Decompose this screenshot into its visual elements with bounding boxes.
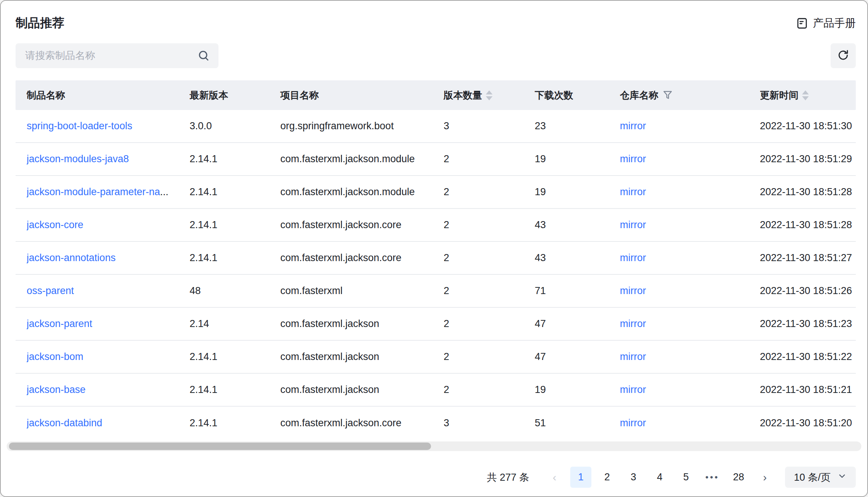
column-header-repository: 仓库名称 bbox=[620, 89, 760, 102]
artifact-link[interactable]: jackson-modules-java8 bbox=[27, 153, 129, 164]
column-header-project: 项目名称 bbox=[280, 89, 444, 102]
product-manual-link[interactable]: 产品手册 bbox=[796, 16, 856, 31]
project-name-cell: com.fasterxml.jackson bbox=[280, 384, 444, 396]
updated-at-cell: 2022-11-30 18:51:29 bbox=[760, 153, 856, 165]
repository-link[interactable]: mirror bbox=[620, 252, 646, 263]
repository-link[interactable]: mirror bbox=[620, 153, 646, 164]
table-body: spring-boot-loader-tools 3.0.0 org.sprin… bbox=[16, 110, 856, 440]
repository-link[interactable]: mirror bbox=[620, 384, 646, 395]
project-name-cell: com.fasterxml bbox=[280, 285, 444, 297]
latest-version-cell: 48 bbox=[190, 285, 280, 297]
repository-link[interactable]: mirror bbox=[620, 318, 646, 329]
artifact-link[interactable]: jackson-databind bbox=[27, 417, 102, 428]
refresh-button[interactable] bbox=[831, 43, 856, 68]
repository-link[interactable]: mirror bbox=[620, 417, 646, 428]
updated-at-cell: 2022-11-30 18:51:22 bbox=[760, 351, 856, 363]
total-count-label: 共 277 条 bbox=[487, 471, 529, 484]
artifact-name-cell: oss-parent bbox=[27, 285, 190, 297]
table-row: jackson-annotations 2.14.1 com.fasterxml… bbox=[16, 242, 856, 275]
search-input[interactable] bbox=[16, 43, 218, 68]
repository-cell: mirror bbox=[620, 318, 760, 330]
column-header-version-count[interactable]: 版本数量 bbox=[444, 89, 535, 102]
downloads-cell: 51 bbox=[535, 417, 620, 429]
updated-at-cell: 2022-11-30 18:51:30 bbox=[760, 120, 856, 132]
version-count-cell: 2 bbox=[444, 318, 535, 330]
pagination: 共 277 条 ‹ 12345•••28 › 10 条/页 bbox=[1, 467, 867, 488]
table-row: jackson-core 2.14.1 com.fasterxml.jackso… bbox=[16, 209, 856, 242]
horizontal-scrollbar-thumb[interactable] bbox=[9, 443, 431, 450]
artifact-link[interactable]: jackson-annotations bbox=[27, 252, 116, 263]
table-row: jackson-parent 2.14 com.fasterxml.jackso… bbox=[16, 308, 856, 341]
table-row: jackson-modules-java8 2.14.1 com.fasterx… bbox=[16, 143, 856, 176]
page-size-label: 10 条/页 bbox=[794, 471, 831, 484]
repository-cell: mirror bbox=[620, 417, 760, 429]
page-button-28[interactable]: 28 bbox=[728, 467, 749, 488]
next-page-button[interactable]: › bbox=[754, 467, 775, 488]
search-icon[interactable] bbox=[197, 49, 210, 64]
product-manual-label: 产品手册 bbox=[813, 16, 856, 31]
artifact-link[interactable]: jackson-parent bbox=[27, 318, 92, 329]
artifact-name-cell: jackson-annotations bbox=[27, 252, 190, 264]
horizontal-scrollbar-track[interactable] bbox=[7, 441, 861, 451]
repository-link[interactable]: mirror bbox=[620, 120, 646, 131]
repository-link[interactable]: mirror bbox=[620, 186, 646, 197]
artifact-name-cell: spring-boot-loader-tools bbox=[27, 120, 190, 132]
downloads-cell: 71 bbox=[535, 285, 620, 297]
search-box bbox=[16, 43, 218, 68]
refresh-icon bbox=[837, 49, 849, 62]
artifact-name-cell: jackson-base bbox=[27, 384, 190, 396]
sort-icon[interactable] bbox=[802, 90, 809, 100]
repository-link[interactable]: mirror bbox=[620, 285, 646, 296]
project-name-cell: com.fasterxml.jackson.module bbox=[280, 186, 444, 198]
topbar: 制品推荐 产品手册 bbox=[1, 1, 867, 31]
artifact-link[interactable]: spring-boot-loader-tools bbox=[27, 120, 132, 131]
version-count-cell: 3 bbox=[444, 120, 535, 132]
artifact-link[interactable]: jackson-bom bbox=[27, 351, 83, 362]
updated-at-cell: 2022-11-30 18:51:27 bbox=[760, 252, 856, 264]
latest-version-cell: 2.14.1 bbox=[190, 186, 280, 198]
updated-at-cell: 2022-11-30 18:51:23 bbox=[760, 318, 856, 330]
version-count-cell: 2 bbox=[444, 252, 535, 264]
latest-version-cell: 2.14.1 bbox=[190, 219, 280, 231]
artifact-name-cell: jackson-core bbox=[27, 219, 190, 231]
column-header-downloads: 下载次数 bbox=[535, 89, 620, 102]
project-name-cell: com.fasterxml.jackson.core bbox=[280, 417, 444, 429]
page-size-select[interactable]: 10 条/页 bbox=[785, 467, 856, 488]
version-count-cell: 2 bbox=[444, 285, 535, 297]
version-count-cell: 2 bbox=[444, 351, 535, 363]
repository-cell: mirror bbox=[620, 153, 760, 165]
repository-cell: mirror bbox=[620, 219, 760, 231]
search-row bbox=[1, 43, 867, 68]
artifact-link[interactable]: jackson-base bbox=[27, 384, 86, 395]
repository-link[interactable]: mirror bbox=[620, 219, 646, 230]
sort-icon[interactable] bbox=[486, 90, 493, 100]
prev-page-button[interactable]: ‹ bbox=[544, 467, 565, 488]
updated-at-cell: 2022-11-30 18:51:26 bbox=[760, 285, 856, 297]
page-title: 制品推荐 bbox=[16, 15, 64, 31]
page-button-3[interactable]: 3 bbox=[623, 467, 644, 488]
latest-version-cell: 2.14.1 bbox=[190, 351, 280, 363]
downloads-cell: 47 bbox=[535, 318, 620, 330]
artifact-name-cell: jackson-bom bbox=[27, 351, 190, 363]
latest-version-cell: 3.0.0 bbox=[190, 120, 280, 132]
table-header-row: 制品名称 最新版本 项目名称 版本数量 下载次数 仓库名称 bbox=[16, 80, 856, 110]
version-count-cell: 2 bbox=[444, 153, 535, 165]
downloads-cell: 23 bbox=[535, 120, 620, 132]
repository-link[interactable]: mirror bbox=[620, 351, 646, 362]
artifact-link[interactable]: jackson-module-parameter-na... bbox=[27, 186, 168, 197]
page-button-2[interactable]: 2 bbox=[597, 467, 618, 488]
page-button-1[interactable]: 1 bbox=[570, 467, 591, 488]
table-row: jackson-bom 2.14.1 com.fasterxml.jackson… bbox=[16, 341, 856, 374]
latest-version-cell: 2.14.1 bbox=[190, 153, 280, 165]
project-name-cell: com.fasterxml.jackson.core bbox=[280, 219, 444, 231]
repository-cell: mirror bbox=[620, 285, 760, 297]
artifact-link[interactable]: oss-parent bbox=[27, 285, 74, 296]
page-buttons: 12345•••28 bbox=[570, 467, 749, 488]
page-button-5[interactable]: 5 bbox=[675, 467, 697, 488]
filter-icon[interactable] bbox=[662, 90, 673, 101]
artifact-name-cell: jackson-parent bbox=[27, 318, 190, 330]
page-button-4[interactable]: 4 bbox=[649, 467, 670, 488]
column-header-updated-at[interactable]: 更新时间 bbox=[760, 89, 856, 102]
version-count-cell: 2 bbox=[444, 219, 535, 231]
artifact-link[interactable]: jackson-core bbox=[27, 219, 83, 230]
